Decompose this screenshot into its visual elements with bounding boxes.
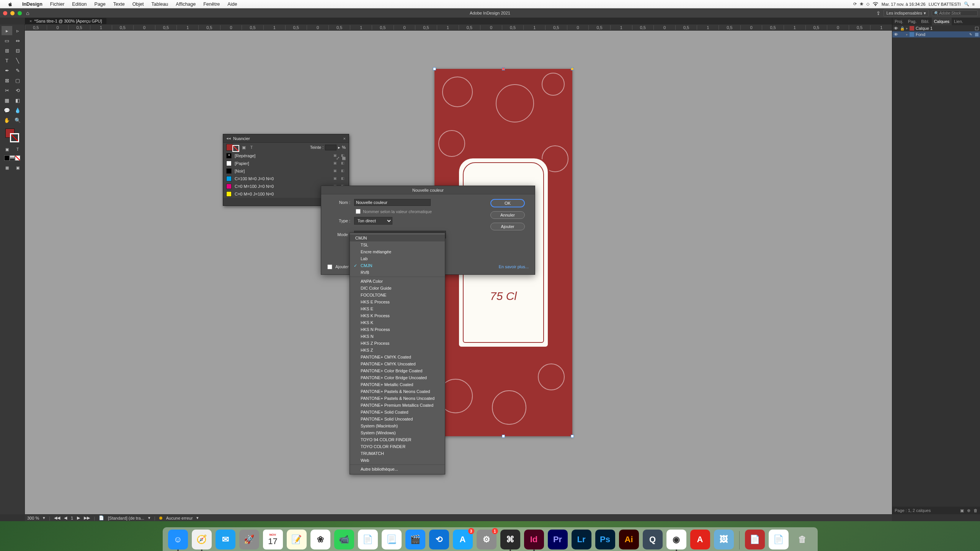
status-user[interactable]: LUCY BATTESTI [929,2,961,7]
swatch-row[interactable]: ✦[Repérage]▣◧ [223,152,349,160]
menu-aide[interactable]: Aide [224,2,241,7]
menu-objet[interactable]: Objet [129,2,148,7]
dock-app-appstore[interactable]: A3 [453,530,473,549]
dock-app-preview[interactable]: 🖼 [714,530,734,549]
status-display-icon[interactable]: ◇ [866,2,869,7]
dock-app-photos[interactable]: ❀ [310,530,330,549]
status-wifi-icon[interactable] [872,2,879,7]
dock-app-indesign[interactable]: Id [524,530,544,549]
lock-icon[interactable]: 🔒 [900,26,905,31]
dropdown-item[interactable]: HKS N Process [350,326,445,333]
apply-color[interactable] [4,155,10,161]
dropdown-item[interactable]: HKS E [350,305,445,312]
add-to-library-checkbox[interactable] [327,264,332,269]
selection-handle[interactable] [502,67,505,70]
type-tool[interactable]: T [2,56,12,65]
preflight-status-icon[interactable] [159,517,162,520]
dropdown-item[interactable]: CMJN [350,262,445,269]
selection-handle[interactable] [571,67,574,70]
window-close-button[interactable] [3,11,7,15]
dropdown-item[interactable]: TOYO COLOR FINDER [350,443,445,450]
tab-projets[interactable]: Proj. [892,18,906,25]
dock-app-illustrator[interactable]: Ai [619,530,639,549]
menu-edition[interactable]: Edition [68,2,90,7]
gap-tool[interactable]: ⇔ [12,36,23,45]
content-placer-tool[interactable]: ⊟ [12,46,23,55]
layer-target-icon[interactable] [975,27,978,30]
dropdown-item[interactable]: DIC Color Guide [350,285,445,292]
apply-none[interactable] [15,155,20,161]
chevron-down-icon[interactable]: ▾ [43,515,45,520]
tint-arrow-icon[interactable]: ▸ [338,145,340,150]
swatch-row[interactable]: [Noir]▣◧ [223,167,349,175]
dropdown-item[interactable]: Autre bibliothèque... [350,466,445,473]
dock-app-acrobat[interactable]: A [690,530,710,549]
dock-app-safari[interactable]: 🧭 [192,530,212,549]
dock-app-finder[interactable]: ☺ [168,530,188,549]
rectangle-tool[interactable]: ▢ [12,76,23,85]
apple-menu-icon[interactable] [4,2,18,7]
share-icon[interactable]: ⇪ [876,10,880,16]
name-with-value-checkbox[interactable] [356,209,361,214]
pencil-tool[interactable]: ✎ [12,66,23,75]
page-prev-single-icon[interactable]: ◀ [64,515,67,520]
direct-selection-tool[interactable]: ▹ [12,26,23,35]
dropdown-item[interactable]: FOCOLTONE [350,292,445,298]
hand-tool[interactable]: ✋ [2,116,12,125]
fill-stroke-swatch[interactable] [5,128,20,143]
dock-app-mail[interactable]: ✉ [216,530,235,549]
dropdown-item[interactable]: ANPA Color [350,278,445,285]
layer-row[interactable]: 👁 ▸ Fond ✎ [892,31,980,37]
dock-app-premiere[interactable]: Pr [548,530,568,549]
type-select[interactable]: Ton direct [354,217,392,225]
dock-app-teamviewer[interactable]: ⟲ [429,530,449,549]
new-sublayer-icon[interactable]: ▣ [960,508,964,513]
new-layer-icon[interactable]: ⊕ [967,508,970,513]
status-cc-icon[interactable]: ❀ [860,2,863,7]
dock-app-pages[interactable]: 📄 [358,530,378,549]
dropdown-item[interactable]: PANTONE+ CMYK Uncoated [350,360,445,367]
chevron-down-icon[interactable]: ▾ [196,515,199,520]
dropdown-item[interactable]: HKS Z [350,347,445,354]
dock-app-photoshop[interactable]: Ps [595,530,615,549]
menu-tableau[interactable]: Tableau [148,2,172,7]
eyedropper-tool[interactable]: 💧 [12,106,23,115]
dropdown-item[interactable]: HKS K [350,319,445,326]
note-tool[interactable]: 💬 [2,106,12,115]
dropdown-item[interactable]: TRUMATCH [350,450,445,457]
dock-app-calendar[interactable]: NOV17 [263,530,283,549]
dropdown-item[interactable]: HKS E Process [350,298,445,305]
gradient-swatch-tool[interactable]: ▦ [2,96,12,105]
stroke-color[interactable] [10,133,19,142]
chevron-down-icon[interactable]: ▾ [148,515,150,520]
status-date[interactable]: Mar. 17 nov. à 16:34:26 [882,2,926,7]
home-icon[interactable]: ⌂ [26,10,29,16]
view-mode-preview[interactable]: ▣ [12,163,23,172]
dock-app-facetime[interactable]: 📹 [334,530,354,549]
dock-app-textedit[interactable]: 📃 [382,530,402,549]
dropdown-item[interactable]: PANTONE+ Pastels & Neons Uncoated [350,395,445,402]
status-sync-icon[interactable]: ⟳ [853,2,857,7]
dock-item-doc2[interactable]: 📄 [769,530,789,549]
menu-affichage[interactable]: Affichage [172,2,199,7]
window-minimize-button[interactable] [10,11,15,15]
dropdown-item[interactable]: PANTONE+ Pastels & Neons Coated [350,388,445,395]
add-button[interactable]: Ajouter [490,223,525,230]
swatch-row[interactable]: C=100 M=0 J=0 N=0▣◧ [223,175,349,183]
dropdown-item[interactable]: HKS K Process [350,312,445,319]
tab-calques[interactable]: Calques [932,18,952,25]
panel-close-icon[interactable]: × [343,136,346,141]
dropdown-item[interactable]: Web [350,457,445,464]
pen-tool[interactable]: ✒ [2,66,12,75]
dropdown-item[interactable]: TOYO 94 COLOR FINDER [350,436,445,443]
dock-item-doc1[interactable]: 📄 [745,530,765,549]
menu-page[interactable]: Page [91,2,109,7]
dropdown-item[interactable]: RVB [350,269,445,276]
visibility-icon[interactable]: 👁 [894,26,898,31]
text-format-icon[interactable]: T [248,144,255,150]
line-tool[interactable]: ╲ [12,56,23,65]
panel-titlebar[interactable]: ◂◂ Nuancier × [223,134,349,143]
expand-icon[interactable]: ▸ [906,26,908,30]
delete-layer-icon[interactable]: 🗑 [973,508,978,513]
content-collector-tool[interactable]: ⊞ [2,46,12,55]
